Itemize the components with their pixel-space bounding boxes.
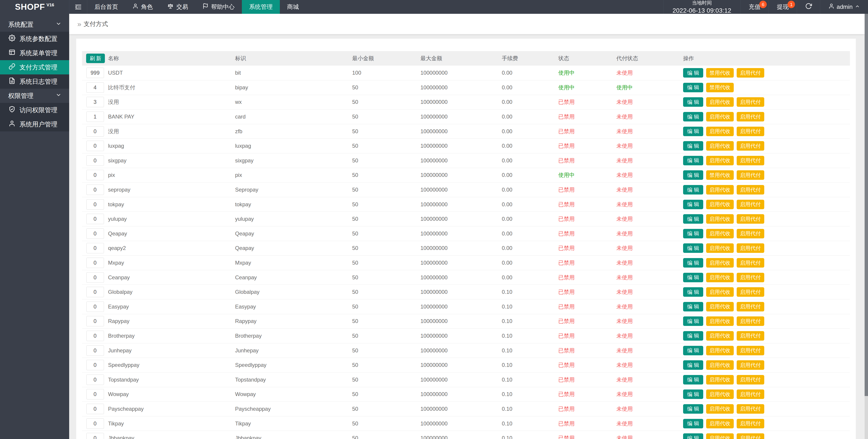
enable-pay-button[interactable]: 启用代付 (737, 273, 764, 282)
enable-collect-button[interactable]: 启用代收 (706, 346, 734, 355)
enable-collect-button[interactable]: 启用代收 (706, 360, 734, 370)
enable-pay-button[interactable]: 启用代付 (737, 433, 764, 439)
sidebar-item-access[interactable]: 访问权限管理 (0, 103, 69, 117)
enable-pay-button[interactable]: 启用代付 (737, 404, 764, 414)
enable-collect-button[interactable]: 启用代收 (706, 375, 734, 384)
enable-collect-button[interactable]: 启用代收 (706, 258, 734, 268)
enable-pay-button[interactable]: 启用代付 (737, 229, 764, 238)
sidebar-group-system-config[interactable]: 系统配置 (0, 18, 69, 32)
enable-pay-button[interactable]: 启用代付 (737, 200, 764, 209)
enable-pay-button[interactable]: 启用代付 (737, 141, 764, 151)
edit-button[interactable]: 编辑 (683, 316, 703, 326)
enable-collect-button[interactable]: 启用代收 (706, 243, 734, 253)
menu-item-dashboard[interactable]: 后台首页 (87, 0, 125, 14)
sort-id-input[interactable] (86, 287, 104, 297)
enable-pay-button[interactable]: 启用代付 (737, 419, 764, 428)
sort-id-input[interactable] (86, 389, 104, 400)
enable-pay-button[interactable]: 启用代付 (737, 258, 764, 268)
edit-button[interactable]: 编辑 (683, 346, 703, 355)
sort-id-input[interactable] (86, 404, 104, 414)
enable-collect-button[interactable]: 启用代收 (706, 156, 734, 165)
sort-id-input[interactable] (86, 82, 104, 93)
enable-pay-button[interactable]: 启用代付 (737, 360, 764, 370)
enable-pay-button[interactable]: 启用代付 (737, 156, 764, 165)
sort-id-input[interactable] (86, 112, 104, 122)
vertical-scrollbar[interactable] (865, 14, 868, 439)
edit-button[interactable]: 编辑 (683, 112, 703, 121)
edit-button[interactable]: 编辑 (683, 170, 703, 180)
sort-id-input[interactable] (86, 184, 104, 195)
sidebar-item-users[interactable]: 系统用户管理 (0, 117, 69, 131)
edit-button[interactable]: 编辑 (683, 375, 703, 384)
enable-collect-button[interactable]: 启用代收 (706, 302, 734, 312)
sort-id-input[interactable] (86, 170, 104, 180)
sidebar-item-payments[interactable]: 支付方式管理 (0, 60, 69, 75)
sort-id-input[interactable] (86, 301, 104, 312)
refresh-page-button[interactable] (797, 0, 820, 14)
edit-button[interactable]: 编辑 (683, 389, 703, 399)
enable-pay-button[interactable]: 启用代付 (737, 331, 764, 341)
withdraw-button[interactable]: 提现 1 (769, 0, 797, 14)
enable-collect-button[interactable]: 启用代收 (706, 112, 734, 121)
menu-item-help[interactable]: 帮助中心 (195, 0, 242, 14)
sidebar-item-logs[interactable]: 系统日志管理 (0, 75, 69, 89)
enable-collect-button[interactable]: 启用代收 (706, 214, 734, 224)
enable-collect-button[interactable]: 启用代收 (706, 185, 734, 195)
edit-button[interactable]: 编辑 (683, 258, 703, 268)
enable-collect-button[interactable]: 启用代收 (706, 433, 734, 439)
enable-collect-button[interactable]: 启用代收 (706, 273, 734, 282)
sort-id-input[interactable] (86, 141, 104, 151)
sidebar-item-params[interactable]: 系统参数配置 (0, 32, 69, 46)
edit-button[interactable]: 编辑 (683, 68, 703, 78)
enable-collect-button[interactable]: 启用代收 (706, 419, 734, 428)
sort-id-input[interactable] (86, 375, 104, 385)
sort-id-input[interactable] (86, 97, 104, 107)
edit-button[interactable]: 编辑 (683, 83, 703, 92)
enable-collect-button[interactable]: 启用代收 (706, 141, 734, 151)
edit-button[interactable]: 编辑 (683, 273, 703, 282)
enable-collect-button[interactable]: 启用代收 (706, 316, 734, 326)
enable-pay-button[interactable]: 启用代付 (737, 243, 764, 253)
edit-button[interactable]: 编辑 (683, 97, 703, 107)
edit-button[interactable]: 编辑 (683, 156, 703, 165)
edit-button[interactable]: 编辑 (683, 287, 703, 297)
sidebar-group-permissions[interactable]: 权限管理 (0, 89, 69, 103)
sort-id-input[interactable] (86, 360, 104, 370)
disable-collect-button[interactable]: 禁用代收 (706, 83, 734, 92)
scrollbar-thumb[interactable] (865, 14, 868, 396)
edit-button[interactable]: 编辑 (683, 141, 703, 151)
enable-pay-button[interactable]: 启用代付 (737, 127, 764, 136)
sort-id-input[interactable] (86, 258, 104, 268)
edit-button[interactable]: 编辑 (683, 433, 703, 439)
sort-id-input[interactable] (86, 433, 104, 439)
sort-id-input[interactable] (86, 68, 104, 78)
edit-button[interactable]: 编辑 (683, 419, 703, 428)
enable-collect-button[interactable]: 启用代收 (706, 287, 734, 297)
enable-pay-button[interactable]: 启用代付 (737, 287, 764, 297)
sort-id-input[interactable] (86, 126, 104, 137)
enable-pay-button[interactable]: 启用代付 (737, 316, 764, 326)
menu-item-mall[interactable]: 商城 (280, 0, 306, 14)
menu-item-system[interactable]: 系统管理 (242, 0, 280, 14)
enable-collect-button[interactable]: 启用代收 (706, 97, 734, 107)
enable-collect-button[interactable]: 启用代收 (706, 127, 734, 136)
enable-pay-button[interactable]: 启用代付 (737, 302, 764, 312)
sort-id-input[interactable] (86, 331, 104, 341)
edit-button[interactable]: 编辑 (683, 360, 703, 370)
sort-id-input[interactable] (86, 199, 104, 210)
enable-pay-button[interactable]: 启用代付 (737, 112, 764, 121)
user-menu[interactable]: admin (820, 0, 868, 14)
enable-collect-button[interactable]: 启用代收 (706, 389, 734, 399)
menu-item-roles[interactable]: 角色 (125, 0, 160, 14)
edit-button[interactable]: 编辑 (683, 243, 703, 253)
edit-button[interactable]: 编辑 (683, 214, 703, 224)
sort-id-input[interactable] (86, 272, 104, 283)
edit-button[interactable]: 编辑 (683, 185, 703, 195)
enable-pay-button[interactable]: 启用代付 (737, 214, 764, 224)
enable-collect-button[interactable]: 启用代收 (706, 331, 734, 341)
disable-collect-button[interactable]: 禁用代收 (706, 170, 734, 180)
sort-id-input[interactable] (86, 243, 104, 253)
enable-pay-button[interactable]: 启用代付 (737, 97, 764, 107)
edit-button[interactable]: 编辑 (683, 200, 703, 209)
sort-id-input[interactable] (86, 316, 104, 326)
